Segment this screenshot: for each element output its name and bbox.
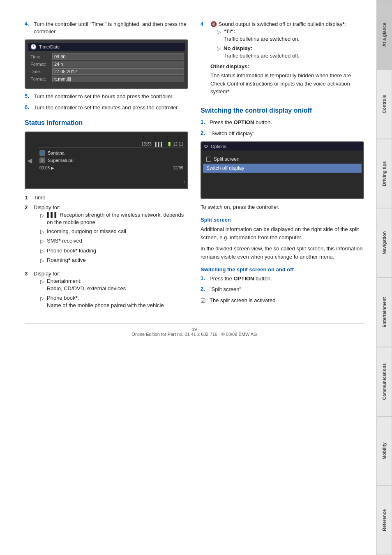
table-row: Time: 09:30 [29,53,184,60]
options-menu-split-screen[interactable]: Split screen [203,155,362,164]
split-step-1-num: 1. [201,275,207,281]
bullet-text: SMS* received [47,237,188,245]
arrow-icon: ▷ [40,278,44,285]
switching-split-heading: Switching the split screen on and off [201,266,364,273]
step-4-text: Turn the controller until "Time:" is hig… [34,21,188,35]
control-step-1: 1. Press the OPTION button. [201,119,364,126]
sidebar-tab-entertainment[interactable]: Entertainment [376,278,392,347]
timedate-title: Time/Date [39,44,60,49]
format1-value: 24 h [52,61,184,67]
table-row: Date: 27.05.2012 [29,68,184,75]
bullet-text: No display:Traffic bulletins are switche… [224,45,364,60]
bullet-text: "TI":Traffic bulletins are switched on. [224,28,364,43]
note-4: 4 🔇 Sound output is switched off or traf… [201,21,364,99]
legend-label-1: Time [34,194,188,201]
bullet-text: Phone book* loading [47,247,188,254]
bullet-text: Phone book*:Name of the mobile phone pai… [47,294,188,309]
legend-label-2: Display for: [34,204,188,211]
status-top-bar: 13:33 ▌▌▌ 🔋 12 11 [38,141,185,148]
bullet-item: ▷ No display:Traffic bulletins are switc… [217,45,364,60]
status-num-3: 3 [166,135,169,141]
sidebar-tab-navigation[interactable]: Navigation [376,208,392,278]
legend-num-3: 3 [25,270,31,278]
right-column: 4 🔇 Sound output is switched off or traf… [201,21,364,315]
arrow-icon: ▷ [40,295,44,302]
arrow-icon: ▷ [40,247,44,255]
legend-content-2: Display for: ▷ ▌▌▌ Reception strength of… [34,204,188,268]
sidebar-tab-reference[interactable]: Reference [376,486,392,555]
arrow-icon: ▷ [217,45,221,53]
status-time: 13:33 [141,142,152,146]
step-6-text: Turn the controller to set the minutes a… [34,104,188,111]
arrow-icon: ▷ [40,212,44,219]
timedate-table: Time: 09:30 Format: 24 h Date: 27.05.201… [28,53,185,83]
options-title: Options [211,144,226,149]
split-screen-para1: Additional information can be displayed … [201,225,364,241]
note-4-content: 🔇 Sound output is switched off or traffi… [210,21,364,99]
sidebar-tab-driving-tips[interactable]: Driving tips [376,139,392,208]
edition-text: Online Edition for Part no. 01 41 2 602 … [25,332,364,337]
bullet-item: ▷ "TI":Traffic bulletins are switched on… [217,28,364,43]
sidebar-tab-mobility[interactable]: Mobility [376,416,392,486]
options-screen: ⚙ Options Split screen Switch off displa… [201,141,364,199]
split-step-2-num: 2. [201,286,207,292]
control-step-2: 2. "Switch off display" [201,130,364,137]
sidebar: At a glance Controls Driving tips Naviga… [376,0,392,555]
status-row-time: 00:08 ▶ 12/99 [38,165,185,171]
table-row: Format: 24 h [29,61,184,67]
bullet-item: ▷ Incoming, outgoing or missed call [40,228,188,236]
format1-label: Format: [29,61,51,67]
right-arrow-icon: + [183,179,186,185]
split-screen-checkbox[interactable] [206,157,211,162]
status-track: Supernatural [48,158,74,163]
status-track-num: 12/99 [173,166,183,170]
step-4: 4. Turn the controller until "Time:" is … [25,21,188,35]
legend-2-bullets: ▷ ▌▌▌ Reception strength of the wireless… [40,211,188,264]
bullet-text: Incoming, outgoing or missed call [47,228,188,235]
split-result-line: ☑ The split screen is activated. [201,297,364,305]
clock-icon: 🕐 [30,44,37,50]
legend: 1 Time 2 Display for: ▷ ▌▌▌ Reception st… [25,194,188,312]
timedate-title-bar: 🕐 Time/Date [28,43,185,51]
bullet-text: Roaming* active [47,257,188,264]
split-screen-para2: In the divided screen view, the so-calle… [201,245,364,261]
other-displays-label: Other displays: [210,63,364,70]
status-num-1: 1 [142,135,145,141]
date-value: 27.05.2012 [52,68,184,75]
options-menu-switch-off-display[interactable]: Switch off display [203,164,362,173]
bullet-item: ▷ Phone book* loading [40,247,188,255]
note-4-bullets: ▷ "TI":Traffic bulletins are switched on… [217,28,364,60]
step-5-num: 5. [25,93,31,99]
arrow-icon: ▷ [40,228,44,236]
time-value: 09:30 [52,53,184,60]
options-icon: ⚙ [204,143,208,149]
split-screen-heading: Split screen [201,217,364,223]
options-menu: Split screen Switch off display [201,152,363,175]
bullet-item: ▷ Entertainment:Radio, CD/DVD, external … [40,278,188,292]
bullet-item: ▷ ▌▌▌ Reception strength of the wireless… [40,211,188,226]
arrow-icon: ▷ [40,238,44,245]
sidebar-tab-at-a-glance[interactable]: At a glance [376,0,392,69]
status-row-track: ♪ Supernatural [38,157,185,164]
sidebar-tab-controls[interactable]: Controls [376,69,392,139]
control-display-heading: Switching the control display on/off [201,106,364,115]
legend-item-2: 2 Display for: ▷ ▌▌▌ Reception strength … [25,204,188,268]
status-row-name: 👤 Santana [38,149,185,157]
main-content: 4. Turn the controller until "Time:" is … [0,0,376,349]
step-5-text: Turn the controller to set the hours and… [34,93,188,100]
user-icon: 👤 [39,150,45,156]
note-4-num: 4 [201,21,207,28]
arrow-icon: ▷ [40,257,44,264]
legend-label-3: Display for: [34,270,188,278]
bullet-item: ▷ Roaming* active [40,257,188,264]
legend-content-3: Display for: ▷ Entertainment:Radio, CD/D… [34,270,188,312]
sidebar-tab-communications[interactable]: Communications [376,347,392,416]
switch-on-text: To switch on, press the controller. [201,203,364,211]
table-row: Format: tt.mm.jjjj [29,76,184,82]
signal-icon: ▌▌▌ [155,142,164,146]
date-label: Date: [29,68,51,75]
step-5: 5. Turn the controller to set the hours … [25,93,188,100]
arrow-icon: ▷ [217,28,221,36]
bullet-text: Entertainment:Radio, CD/DVD, external de… [47,278,188,292]
left-column: 4. Turn the controller until "Time:" is … [25,21,188,315]
